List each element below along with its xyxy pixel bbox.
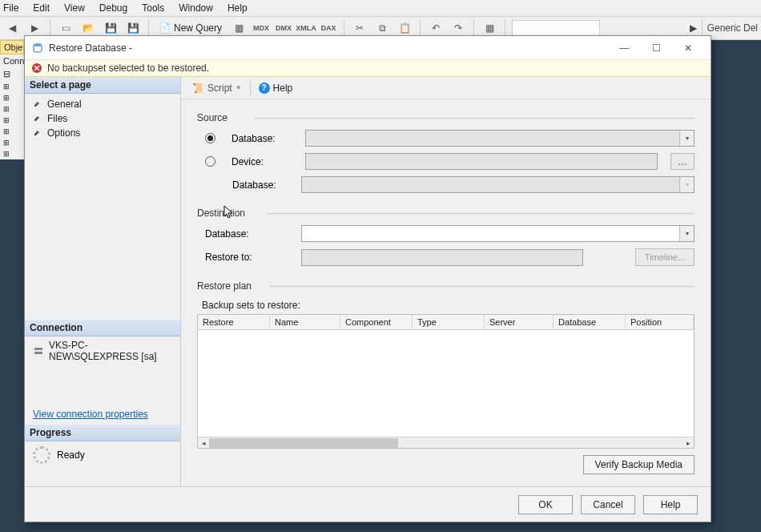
menu-debug[interactable]: Debug bbox=[99, 2, 127, 14]
copy-icon[interactable]: ⧉ bbox=[373, 19, 391, 37]
menu-file[interactable]: File bbox=[3, 2, 18, 14]
tree-expand-icon-6[interactable]: ⊞ bbox=[0, 137, 24, 148]
warning-text: No backupset selected to be restored. bbox=[47, 62, 209, 74]
connect-label: Conn bbox=[0, 54, 24, 67]
col-restore[interactable]: Restore bbox=[198, 315, 270, 329]
page-general[interactable]: General bbox=[25, 97, 180, 111]
help-label: Help bbox=[273, 83, 293, 94]
new-query-button[interactable]: 📄 New Query bbox=[155, 22, 225, 34]
grid-header: Restore Name Component Type Server Datab… bbox=[198, 315, 694, 330]
script-dropdown-arrow-icon[interactable]: ▼ bbox=[236, 84, 242, 91]
progress-value: Ready bbox=[57, 449, 85, 461]
menu-window[interactable]: Window bbox=[179, 2, 213, 14]
new-query-icon: 📄 bbox=[159, 22, 171, 34]
destination-group-title: Destination bbox=[197, 208, 695, 219]
restore-plan-title: Restore plan bbox=[197, 280, 695, 292]
menu-help[interactable]: Help bbox=[227, 2, 248, 14]
dax-icon[interactable]: DAX bbox=[320, 19, 337, 37]
col-database[interactable]: Database bbox=[554, 315, 626, 329]
debug-target-icon[interactable]: ▶ bbox=[690, 22, 697, 34]
col-server[interactable]: Server bbox=[485, 315, 554, 329]
grid-body bbox=[198, 330, 694, 437]
chevron-down-icon: ▾ bbox=[679, 177, 694, 192]
help-icon: ? bbox=[259, 83, 270, 94]
generic-debugger-label[interactable]: Generic Del bbox=[707, 22, 758, 34]
backup-sets-label: Backup sets to restore: bbox=[197, 300, 695, 311]
progress-header: Progress bbox=[25, 425, 180, 441]
object-explorer-tab[interactable]: Obje bbox=[0, 40, 24, 54]
ok-button[interactable]: OK bbox=[518, 495, 573, 514]
warning-bar: No backupset selected to be restored. bbox=[25, 60, 711, 77]
dmx-icon[interactable]: DMX bbox=[275, 19, 292, 37]
menu-edit[interactable]: Edit bbox=[33, 2, 50, 14]
undo-icon[interactable]: ↶ bbox=[427, 19, 445, 37]
view-connection-properties-link[interactable]: View connection properties bbox=[25, 404, 180, 425]
server-icon bbox=[33, 345, 44, 357]
col-type[interactable]: Type bbox=[413, 315, 485, 329]
svg-rect-3 bbox=[34, 352, 42, 354]
new-project-icon[interactable]: ▭ bbox=[57, 19, 74, 37]
activity-monitor-icon[interactable]: ▦ bbox=[481, 19, 498, 37]
scrollbar-thumb[interactable] bbox=[209, 438, 398, 448]
tree-expand-icon-3[interactable]: ⊞ bbox=[0, 103, 24, 115]
source-device-textbox[interactable] bbox=[305, 153, 658, 170]
minimize-button[interactable]: — bbox=[608, 38, 640, 58]
paste-icon[interactable]: 📋 bbox=[396, 19, 413, 37]
tree-expand-icon-7[interactable]: ⊞ bbox=[0, 148, 24, 159]
dest-database-combo[interactable]: ▾ bbox=[301, 225, 695, 242]
nav-back-icon[interactable]: ◀ bbox=[3, 19, 21, 37]
menu-view[interactable]: View bbox=[64, 2, 85, 14]
cut-icon[interactable]: ✂ bbox=[351, 19, 368, 37]
restore-to-label: Restore to: bbox=[197, 252, 293, 263]
close-button[interactable]: ✕ bbox=[672, 38, 704, 58]
redo-icon[interactable]: ↷ bbox=[449, 19, 467, 37]
save-all-icon[interactable]: 💾 bbox=[124, 19, 142, 37]
script-button[interactable]: 📜 Script ▼ bbox=[189, 81, 245, 95]
maximize-button[interactable]: ☐ bbox=[640, 38, 672, 58]
scroll-left-icon[interactable]: ◂ bbox=[198, 439, 209, 447]
verify-backup-media-button[interactable]: Verify Backup Media bbox=[583, 455, 695, 474]
col-component[interactable]: Component bbox=[340, 315, 413, 329]
open-icon[interactable]: 📂 bbox=[79, 19, 97, 37]
backup-sets-grid[interactable]: Restore Name Component Type Server Datab… bbox=[197, 314, 695, 449]
mdx-icon[interactable]: MDX bbox=[252, 19, 270, 37]
dest-database-label: Database: bbox=[197, 228, 293, 240]
help-button-footer[interactable]: Help bbox=[643, 495, 698, 514]
source-database-combo[interactable]: ▾ bbox=[305, 130, 695, 147]
tree-collapse-icon[interactable]: ⊟ bbox=[0, 67, 24, 81]
database-selector-dropdown[interactable] bbox=[512, 20, 600, 36]
query-icon-1[interactable]: ▦ bbox=[230, 19, 248, 37]
svg-point-0 bbox=[34, 43, 42, 46]
restore-database-dialog: Restore Database - — ☐ ✕ No backupset se… bbox=[24, 35, 711, 522]
source-database-radio[interactable] bbox=[205, 133, 215, 143]
scroll-right-icon[interactable]: ▸ bbox=[682, 439, 694, 447]
chevron-down-icon[interactable]: ▾ bbox=[679, 131, 694, 146]
titlebar: Restore Database - — ☐ ✕ bbox=[25, 36, 711, 60]
save-icon[interactable]: 💾 bbox=[102, 19, 119, 37]
tree-expand-icon-5[interactable]: ⊞ bbox=[0, 126, 24, 137]
tree-expand-icon-2[interactable]: ⊞ bbox=[0, 92, 24, 103]
connection-header: Connection bbox=[25, 320, 180, 337]
tree-expand-icon-4[interactable]: ⊞ bbox=[0, 115, 24, 126]
tree-expand-icon-1[interactable]: ⊞ bbox=[0, 81, 24, 92]
page-files[interactable]: Files bbox=[25, 111, 180, 126]
cancel-button[interactable]: Cancel bbox=[581, 495, 635, 514]
page-options[interactable]: Options bbox=[25, 126, 180, 140]
col-name[interactable]: Name bbox=[270, 315, 340, 329]
source-database-label: Database: bbox=[223, 133, 297, 144]
menu-tools[interactable]: Tools bbox=[142, 2, 164, 14]
page-files-label: Files bbox=[47, 113, 67, 124]
select-page-header: Select a page bbox=[25, 77, 180, 94]
app-menubar: File Edit View Debug Tools Window Help bbox=[0, 0, 761, 16]
dialog-title: Restore Database - bbox=[49, 42, 608, 54]
dialog-toolbar: 📜 Script ▼ ? Help bbox=[181, 77, 711, 99]
browse-device-button[interactable]: … bbox=[670, 153, 695, 170]
source-device-radio[interactable] bbox=[205, 156, 215, 167]
col-position[interactable]: Position bbox=[626, 315, 694, 329]
dialog-footer: OK Cancel Help bbox=[25, 486, 711, 522]
help-button[interactable]: ? Help bbox=[256, 81, 296, 95]
xmla-icon[interactable]: XMLA bbox=[297, 19, 315, 37]
grid-horizontal-scrollbar[interactable]: ◂ ▸ bbox=[198, 437, 694, 448]
chevron-down-icon[interactable]: ▾ bbox=[679, 226, 694, 241]
nav-fwd-icon[interactable]: ▶ bbox=[26, 19, 43, 37]
